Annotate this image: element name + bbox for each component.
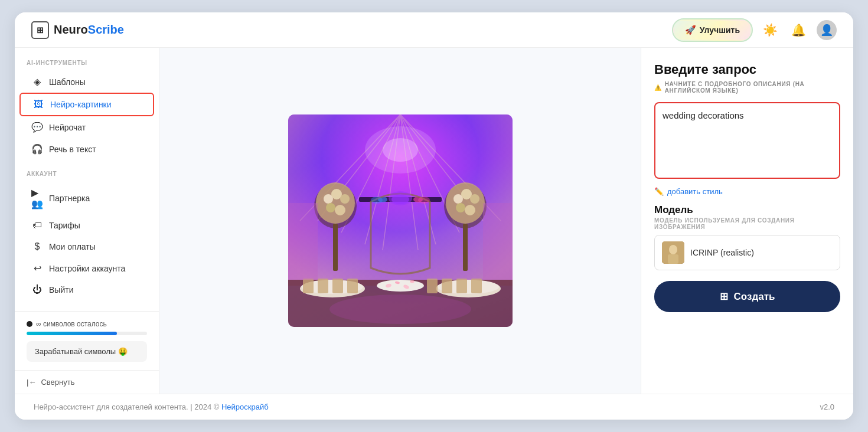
- footer-main-text: Нейро-ассистент для создателей контента.…: [34, 402, 221, 411]
- footer-link[interactable]: Нейроскрайб: [221, 402, 269, 411]
- prompt-textarea[interactable]: wedding decorations: [654, 102, 840, 179]
- sidebar-item-label: Партнерка: [49, 194, 90, 203]
- svg-point-29: [456, 203, 465, 212]
- sidebar-item-speech-to-text[interactable]: 🎧 Речь в текст: [19, 138, 154, 160]
- avatar-icon: 👤: [820, 24, 833, 37]
- sidebar-item-neuro-chat[interactable]: 💬 Нейрочат: [19, 116, 154, 138]
- create-label: Создать: [734, 291, 775, 303]
- create-button[interactable]: ⊞ Создать: [654, 281, 840, 312]
- sidebar-item-label: Нейро-картинки: [50, 100, 112, 109]
- chat-icon: 💬: [31, 122, 43, 133]
- avatar[interactable]: 👤: [817, 20, 837, 40]
- upgrade-label: Улучшить: [700, 25, 740, 35]
- rocket-icon: 🚀: [685, 25, 696, 35]
- sidebar-item-label: Нейрочат: [49, 123, 86, 132]
- svg-rect-60: [668, 254, 678, 264]
- model-subtitle: МОДЕЛЬ ИСПОЛЬЗУЕМАЯ ДЛЯ СОЗДАНИЯ ИЗОБРАЖ…: [654, 217, 840, 230]
- svg-point-56: [371, 197, 383, 204]
- header-right: 🚀 Улучшить ☀️ 🔔 👤: [673, 19, 837, 41]
- sidebar-item-templates[interactable]: ◈ Шаблоны: [19, 71, 154, 93]
- svg-rect-46: [456, 279, 467, 293]
- sidebar-item-partner[interactable]: ▶ 👥 Партнерка: [19, 182, 154, 215]
- notification-button[interactable]: 🔔: [788, 20, 808, 40]
- image-icon: 🖼: [32, 99, 44, 110]
- svg-rect-41: [318, 279, 328, 293]
- svg-point-23: [335, 205, 345, 215]
- body: AI-ИНСТРУМЕНТЫ ◈ Шаблоны 🖼 Нейро-картинк…: [15, 48, 853, 394]
- pencil-icon: ✏️: [654, 187, 664, 196]
- model-section: Модель МОДЕЛЬ ИСПОЛЬЗУЕМАЯ ДЛЯ СОЗДАНИЯ …: [654, 204, 840, 270]
- sidebar-item-settings[interactable]: ↩ Настройки аккаунта: [19, 257, 154, 279]
- sidebar-item-payments[interactable]: $ Мои оплаты: [19, 236, 154, 257]
- model-thumbnail: [662, 241, 684, 264]
- app-container: ⊞ NeuroScribe 🚀 Улучшить ☀️ 🔔 👤 AI-ИНС: [15, 12, 853, 420]
- theme-icon: ☀️: [763, 23, 778, 37]
- footer-text: Нейро-ассистент для создателей контента.…: [34, 402, 269, 411]
- svg-point-39: [377, 280, 424, 292]
- bell-icon: 🔔: [791, 23, 806, 37]
- model-selector[interactable]: ICRINP (realistic): [654, 235, 840, 270]
- progress-bar: [27, 332, 147, 335]
- svg-point-12: [383, 138, 418, 162]
- header: ⊞ NeuroScribe 🚀 Улучшить ☀️ 🔔 👤: [15, 12, 853, 48]
- add-style-label: добавить стиль: [667, 187, 723, 196]
- svg-point-57: [418, 197, 430, 204]
- svg-point-18: [316, 182, 355, 224]
- sidebar-item-logout[interactable]: ⏻ Выйти: [19, 279, 154, 300]
- footer-version: v2.0: [820, 402, 834, 411]
- sidebar-item-label: Речь в текст: [49, 145, 96, 154]
- svg-point-22: [326, 203, 335, 212]
- sidebar-item-label: Тарифы: [49, 221, 80, 230]
- progress-bar-fill: [27, 332, 117, 335]
- symbols-dot: [27, 321, 32, 327]
- logo: ⊞ NeuroScribe: [31, 21, 124, 39]
- panel-title: Введите запрос: [654, 62, 840, 77]
- wedding-svg: [288, 114, 513, 327]
- sidebar-item-neuro-images[interactable]: 🖼 Нейро-картинки: [19, 93, 154, 116]
- svg-rect-40: [303, 279, 314, 293]
- panel-subtitle: ⚠️ НАЧНИТЕ С ПОДРОБНОГО ОПИСАНИЯ (НА АНГ…: [654, 81, 840, 94]
- svg-rect-47: [471, 279, 482, 293]
- right-panel: Введите запрос ⚠️ НАЧНИТЕ С ПОДРОБНОГО О…: [641, 48, 853, 394]
- add-style-button[interactable]: ✏️ добавить стиль: [654, 187, 840, 196]
- svg-rect-44: [427, 279, 438, 293]
- settings-icon: ↩: [31, 263, 43, 274]
- footer: Нейро-ассистент для создателей контента.…: [15, 394, 853, 420]
- collapse-label: Свернуть: [41, 378, 74, 387]
- theme-button[interactable]: ☀️: [760, 20, 780, 40]
- svg-rect-43: [347, 279, 358, 293]
- sidebar-item-label: Настройки аккаунта: [49, 264, 125, 273]
- warning-icon: ⚠️: [654, 84, 662, 91]
- model-name: ICRINP (realistic): [690, 248, 754, 257]
- logo-neuro: Neuro: [54, 23, 88, 36]
- earn-symbols-button[interactable]: Зарабатывай символы 🤑: [27, 341, 147, 362]
- svg-rect-42: [332, 279, 343, 293]
- account-section-label: АККАУНТ: [15, 171, 159, 182]
- layers-icon: ◈: [31, 76, 43, 87]
- logo-scribe: Scribe: [88, 23, 124, 36]
- dollar-icon: $: [31, 241, 43, 252]
- tag-icon: 🏷: [31, 220, 43, 231]
- svg-point-54: [329, 294, 471, 324]
- svg-point-28: [470, 194, 479, 204]
- logo-text: NeuroScribe: [54, 23, 124, 37]
- svg-rect-53: [483, 203, 513, 280]
- sidebar-footer: ∞ символов осталось Зарабатывай символы …: [15, 311, 159, 370]
- logout-icon: ⏻: [31, 284, 43, 295]
- svg-point-30: [465, 205, 475, 215]
- upgrade-button[interactable]: 🚀 Улучшить: [673, 19, 752, 41]
- sidebar-item-label: Мои оплаты: [49, 242, 96, 251]
- partner-icon: ▶ 👥: [31, 187, 43, 210]
- symbols-remaining: ∞ символов осталось: [27, 320, 147, 328]
- sidebar-item-label: Выйти: [49, 285, 73, 294]
- svg-rect-31: [333, 224, 338, 271]
- symbols-text: ∞ символов осталось: [36, 320, 107, 328]
- sidebar-item-label: Шаблоны: [49, 77, 86, 87]
- wedding-image: [288, 114, 513, 327]
- svg-rect-32: [463, 224, 468, 271]
- svg-point-55: [389, 191, 412, 205]
- collapse-button[interactable]: |← Свернуть: [15, 370, 159, 394]
- create-icon: ⊞: [720, 290, 728, 303]
- svg-rect-45: [442, 279, 452, 293]
- sidebar-item-tariffs[interactable]: 🏷 Тарифы: [19, 215, 154, 236]
